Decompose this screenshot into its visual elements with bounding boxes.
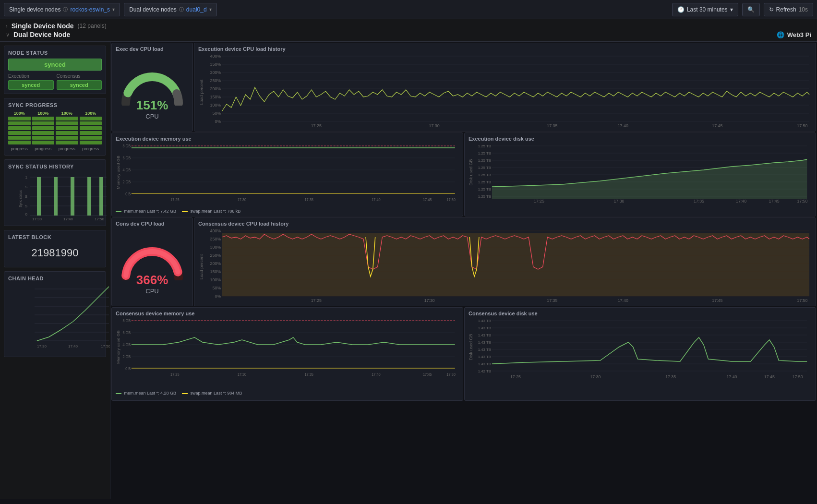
node-status-badge: synced bbox=[8, 59, 102, 71]
svg-text:1.25 TB: 1.25 TB bbox=[478, 194, 491, 199]
consensus-cell: Consensus synced bbox=[57, 73, 102, 90]
svg-text:1.43 TB: 1.43 TB bbox=[478, 348, 491, 352]
svg-text:S: S bbox=[25, 204, 27, 208]
cons-cpu-unit: CPU bbox=[136, 288, 168, 295]
zoom-out-button[interactable]: 🔍 bbox=[742, 3, 760, 16]
breadcrumbs: › Single Device Node (12 panels) ∨ Dual … bbox=[0, 19, 817, 42]
svg-text:Memory used GB: Memory used GB bbox=[117, 330, 120, 364]
svg-text:1.25 TB: 1.25 TB bbox=[478, 173, 491, 177]
single-device-value: rockos-eswin_s bbox=[70, 6, 110, 13]
exec-disk-panel: Execution device disk use 1.25 TB 1.25 T… bbox=[464, 132, 816, 216]
svg-text:17:40: 17:40 bbox=[726, 374, 737, 379]
sync-bar-4a bbox=[80, 117, 102, 120]
svg-text:17:30: 17:30 bbox=[590, 374, 601, 379]
single-node-title: Single Device Node bbox=[12, 22, 74, 30]
svg-text:0: 0 bbox=[25, 212, 28, 216]
svg-text:17:40: 17:40 bbox=[372, 372, 381, 377]
svg-text:0%: 0% bbox=[215, 294, 221, 299]
svg-text:1.43 TB: 1.43 TB bbox=[478, 340, 491, 345]
single-device-label: Single device nodes bbox=[9, 6, 60, 13]
svg-marker-106 bbox=[222, 233, 809, 296]
exec-cpu-gauge-panel: Exec dev CPU load 151% CPU bbox=[111, 43, 193, 132]
topbar-left: Single device nodes ⓘ rockos-eswin_s ▾ D… bbox=[4, 3, 668, 16]
svg-text:17:35: 17:35 bbox=[304, 197, 313, 202]
row-1: Exec dev CPU load 151% CPU bbox=[111, 43, 816, 132]
svg-text:17:25: 17:25 bbox=[510, 374, 521, 379]
svg-text:1.43 TB: 1.43 TB bbox=[478, 333, 491, 337]
sync-bar-4e bbox=[80, 136, 102, 140]
latest-block-title: Latest block bbox=[8, 234, 102, 240]
svg-text:17:30: 17:30 bbox=[429, 123, 439, 128]
chain-head-title: Chain head bbox=[8, 276, 102, 281]
sync-bar-2a bbox=[32, 117, 55, 120]
sync-bar-3b bbox=[56, 121, 78, 125]
web3pi-logo: 🌐 Web3 Pi bbox=[777, 31, 811, 38]
sync-bar-1b bbox=[8, 121, 31, 125]
sync-col-4: 100% progress bbox=[80, 111, 102, 151]
svg-text:17:35: 17:35 bbox=[694, 199, 704, 204]
svg-text:6 GB: 6 GB bbox=[122, 330, 131, 335]
svg-text:0 B: 0 B bbox=[125, 366, 131, 371]
svg-text:1.43 TB: 1.43 TB bbox=[478, 326, 491, 330]
sync-bar-4f bbox=[80, 141, 102, 144]
svg-rect-13 bbox=[87, 177, 91, 216]
sync-bar-2e bbox=[32, 136, 55, 140]
exec-mem-title: Execution device memory use bbox=[116, 136, 459, 142]
refresh-button[interactable]: ↻ Refresh 10s bbox=[764, 3, 813, 16]
svg-text:17:50: 17:50 bbox=[797, 298, 807, 303]
exec-mem-legend-1: mem.mean Last *: 7.42 GB bbox=[116, 209, 176, 214]
cons-disk-panel: Consensus device disk use 1.43 TB 1.43 T… bbox=[464, 307, 816, 401]
svg-text:17:25: 17:25 bbox=[170, 197, 180, 202]
dual-device-dropdown[interactable]: Dual device nodes ⓘ dual0_d ▾ bbox=[124, 3, 216, 16]
exec-mem-legend: mem.mean Last *: 7.42 GB swap.mean Last … bbox=[116, 209, 459, 214]
cons-memory-panel: Consensus device memory use 8 GB 6 GB 4 … bbox=[111, 307, 463, 401]
svg-text:17:45: 17:45 bbox=[423, 197, 432, 202]
svg-text:8 GB: 8 GB bbox=[122, 318, 131, 323]
exec-disk-title: Execution device disk use bbox=[469, 136, 812, 142]
cons-mem-title: Consensus device memory use bbox=[116, 311, 459, 316]
chevron-right-icon: › bbox=[6, 23, 8, 29]
svg-text:17:30: 17:30 bbox=[238, 197, 247, 202]
info-icon-2: ⓘ bbox=[179, 6, 184, 13]
sync-progress-panel: Sync progress 100% progress 100% bbox=[4, 98, 106, 156]
sync-status-title: Sync status history bbox=[8, 164, 102, 169]
sync-pct-2: 100% bbox=[32, 111, 55, 116]
svg-text:17:40: 17:40 bbox=[618, 298, 628, 303]
svg-text:17:30: 17:30 bbox=[238, 372, 247, 377]
svg-text:17:25: 17:25 bbox=[534, 199, 544, 204]
svg-text:17:25: 17:25 bbox=[311, 123, 322, 128]
svg-text:1.25 TB: 1.25 TB bbox=[478, 187, 491, 192]
svg-text:Disk used GB: Disk used GB bbox=[469, 159, 473, 185]
latest-block-panel: Latest block 21981990 bbox=[4, 230, 106, 267]
svg-text:17:45: 17:45 bbox=[769, 199, 780, 204]
svg-text:1.25 TB: 1.25 TB bbox=[478, 144, 491, 148]
svg-text:Load percent: Load percent bbox=[199, 79, 204, 105]
svg-text:2 GB: 2 GB bbox=[122, 354, 131, 359]
svg-text:250%: 250% bbox=[210, 78, 221, 83]
sync-history-chart-wrapper: 1 S S S 0 17:30 17:40 17:50 Sync bbox=[8, 172, 102, 222]
svg-text:350%: 350% bbox=[210, 62, 221, 67]
svg-text:0%: 0% bbox=[215, 119, 221, 124]
svg-text:1.43 TB: 1.43 TB bbox=[478, 355, 491, 359]
chevron-down-icon-3: ▾ bbox=[730, 6, 733, 13]
svg-text:1.25 TB: 1.25 TB bbox=[478, 166, 491, 170]
single-device-dropdown[interactable]: Single device nodes ⓘ rockos-eswin_s ▾ bbox=[4, 3, 120, 16]
breadcrumb-dual-node[interactable]: ∨ Dual Device Node 🌐 Web3 Pi bbox=[6, 31, 811, 38]
svg-text:17:50: 17:50 bbox=[95, 217, 105, 220]
execution-cell: Execution synced bbox=[8, 73, 54, 90]
exec-memory-panel: Execution device memory use 8 GB 6 GB 4 … bbox=[111, 132, 463, 216]
time-range-button[interactable]: 🕐 Last 30 minutes ▾ bbox=[672, 3, 738, 16]
svg-text:400%: 400% bbox=[210, 228, 221, 233]
breadcrumb-single-node[interactable]: › Single Device Node (12 panels) bbox=[6, 22, 811, 30]
sync-col-2: 100% progress bbox=[32, 111, 55, 151]
web3pi-icon: 🌐 bbox=[777, 31, 784, 38]
svg-text:50%: 50% bbox=[213, 111, 221, 116]
exec-cpu-title: Exec dev CPU load bbox=[116, 46, 189, 52]
exec-cpu-history-title: Execution device CPU load history bbox=[198, 46, 812, 52]
svg-text:4 GB: 4 GB bbox=[122, 342, 131, 347]
exec-cpu-value: 151% bbox=[136, 98, 168, 113]
svg-text:17:40: 17:40 bbox=[63, 217, 73, 220]
exec-mem-legend-2: swap.mean Last *: 786 kB bbox=[182, 209, 240, 214]
svg-text:300%: 300% bbox=[210, 245, 221, 250]
svg-text:Sync status: Sync status bbox=[19, 190, 23, 207]
